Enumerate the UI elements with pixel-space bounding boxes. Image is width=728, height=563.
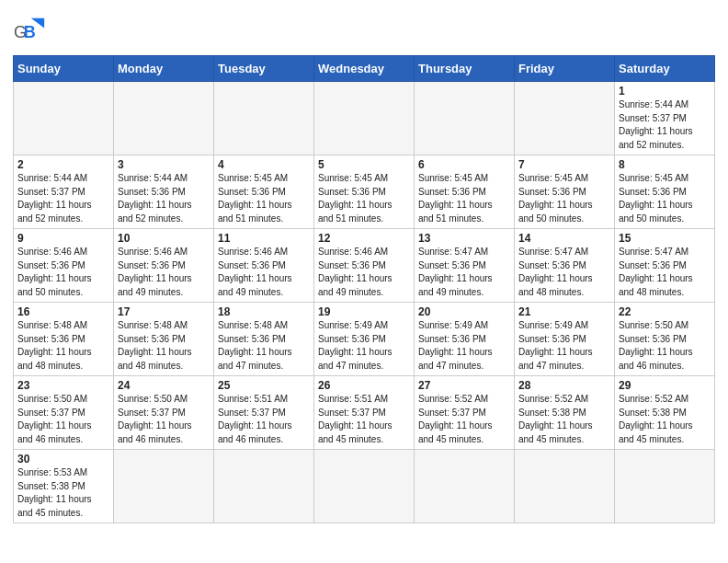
calendar-cell: 10Sunrise: 5:46 AM Sunset: 5:36 PM Dayli… — [114, 229, 214, 303]
header: G B — [13, 9, 715, 50]
day-info: Sunrise: 5:46 AM Sunset: 5:36 PM Dayligh… — [318, 246, 410, 299]
page: G B SundayMondayTuesdayWednesdayThursday… — [0, 0, 728, 563]
day-number: 2 — [17, 158, 109, 171]
calendar-cell: 20Sunrise: 5:49 AM Sunset: 5:36 PM Dayli… — [415, 303, 515, 376]
day-info: Sunrise: 5:44 AM Sunset: 5:37 PM Dayligh… — [17, 172, 109, 225]
calendar-cell — [214, 450, 314, 523]
week-row-6: 30Sunrise: 5:53 AM Sunset: 5:38 PM Dayli… — [14, 450, 715, 523]
day-number: 17 — [118, 305, 210, 318]
day-number: 29 — [619, 379, 711, 392]
calendar-cell: 30Sunrise: 5:53 AM Sunset: 5:38 PM Dayli… — [14, 450, 114, 523]
calendar-cell — [415, 82, 515, 155]
day-info: Sunrise: 5:45 AM Sunset: 5:36 PM Dayligh… — [418, 172, 510, 225]
weekday-header-friday: Friday — [515, 56, 615, 82]
day-info: Sunrise: 5:49 AM Sunset: 5:36 PM Dayligh… — [518, 319, 610, 373]
day-number: 9 — [17, 232, 109, 245]
day-info: Sunrise: 5:53 AM Sunset: 5:38 PM Dayligh… — [17, 466, 109, 520]
calendar-cell: 17Sunrise: 5:48 AM Sunset: 5:36 PM Dayli… — [114, 303, 214, 376]
svg-text:B: B — [24, 23, 36, 41]
weekday-header-saturday: Saturday — [615, 56, 715, 82]
calendar-cell: 28Sunrise: 5:52 AM Sunset: 5:38 PM Dayli… — [515, 376, 615, 450]
calendar-cell: 11Sunrise: 5:46 AM Sunset: 5:36 PM Dayli… — [214, 229, 314, 303]
day-info: Sunrise: 5:45 AM Sunset: 5:36 PM Dayligh… — [619, 172, 711, 225]
day-number: 24 — [118, 379, 210, 392]
day-info: Sunrise: 5:44 AM Sunset: 5:36 PM Dayligh… — [118, 172, 210, 225]
logo-icon: G B — [13, 17, 46, 50]
day-number: 12 — [318, 232, 410, 245]
calendar-cell: 19Sunrise: 5:49 AM Sunset: 5:36 PM Dayli… — [314, 303, 415, 376]
day-info: Sunrise: 5:47 AM Sunset: 5:36 PM Dayligh… — [418, 246, 510, 299]
day-info: Sunrise: 5:46 AM Sunset: 5:36 PM Dayligh… — [118, 246, 210, 299]
calendar-cell: 25Sunrise: 5:51 AM Sunset: 5:37 PM Dayli… — [214, 376, 314, 450]
calendar-cell — [515, 82, 615, 155]
calendar-cell — [114, 82, 214, 155]
logo: G B — [13, 17, 48, 50]
day-info: Sunrise: 5:49 AM Sunset: 5:36 PM Dayligh… — [318, 319, 410, 373]
calendar-cell: 14Sunrise: 5:47 AM Sunset: 5:36 PM Dayli… — [515, 229, 615, 303]
calendar-cell: 21Sunrise: 5:49 AM Sunset: 5:36 PM Dayli… — [515, 303, 615, 376]
day-info: Sunrise: 5:48 AM Sunset: 5:36 PM Dayligh… — [118, 319, 210, 373]
weekday-header-tuesday: Tuesday — [214, 56, 314, 82]
day-number: 30 — [17, 453, 109, 465]
day-number: 28 — [518, 379, 610, 392]
day-info: Sunrise: 5:50 AM Sunset: 5:37 PM Dayligh… — [17, 393, 109, 446]
calendar-cell: 29Sunrise: 5:52 AM Sunset: 5:38 PM Dayli… — [615, 376, 715, 450]
day-info: Sunrise: 5:44 AM Sunset: 5:37 PM Dayligh… — [619, 98, 711, 152]
calendar: SundayMondayTuesdayWednesdayThursdayFrid… — [13, 55, 715, 523]
day-number: 8 — [619, 158, 711, 171]
day-info: Sunrise: 5:51 AM Sunset: 5:37 PM Dayligh… — [218, 393, 310, 446]
calendar-cell — [314, 82, 415, 155]
day-info: Sunrise: 5:49 AM Sunset: 5:36 PM Dayligh… — [418, 319, 510, 373]
day-number: 3 — [118, 158, 210, 171]
calendar-cell: 2Sunrise: 5:44 AM Sunset: 5:37 PM Daylig… — [14, 155, 114, 229]
day-info: Sunrise: 5:51 AM Sunset: 5:37 PM Dayligh… — [318, 393, 410, 446]
day-number: 7 — [518, 158, 610, 171]
calendar-cell — [14, 82, 114, 155]
day-number: 6 — [418, 158, 510, 171]
day-number: 13 — [418, 232, 510, 245]
calendar-cell: 24Sunrise: 5:50 AM Sunset: 5:37 PM Dayli… — [114, 376, 214, 450]
calendar-cell: 27Sunrise: 5:52 AM Sunset: 5:37 PM Dayli… — [415, 376, 515, 450]
day-number: 19 — [318, 305, 410, 318]
calendar-cell: 8Sunrise: 5:45 AM Sunset: 5:36 PM Daylig… — [615, 155, 715, 229]
calendar-cell: 22Sunrise: 5:50 AM Sunset: 5:36 PM Dayli… — [615, 303, 715, 376]
calendar-cell: 4Sunrise: 5:45 AM Sunset: 5:36 PM Daylig… — [214, 155, 314, 229]
calendar-cell — [515, 450, 615, 523]
day-number: 26 — [318, 379, 410, 392]
calendar-cell: 18Sunrise: 5:48 AM Sunset: 5:36 PM Dayli… — [214, 303, 314, 376]
day-number: 25 — [218, 379, 310, 392]
calendar-cell — [415, 450, 515, 523]
day-info: Sunrise: 5:50 AM Sunset: 5:36 PM Dayligh… — [619, 319, 711, 373]
day-number: 22 — [619, 305, 711, 318]
calendar-cell — [114, 450, 214, 523]
day-number: 20 — [418, 305, 510, 318]
day-number: 14 — [518, 232, 610, 245]
calendar-cell: 26Sunrise: 5:51 AM Sunset: 5:37 PM Dayli… — [314, 376, 415, 450]
day-info: Sunrise: 5:46 AM Sunset: 5:36 PM Dayligh… — [218, 246, 310, 299]
day-info: Sunrise: 5:50 AM Sunset: 5:37 PM Dayligh… — [118, 393, 210, 446]
day-info: Sunrise: 5:45 AM Sunset: 5:36 PM Dayligh… — [518, 172, 610, 225]
day-info: Sunrise: 5:52 AM Sunset: 5:38 PM Dayligh… — [619, 393, 711, 446]
day-info: Sunrise: 5:48 AM Sunset: 5:36 PM Dayligh… — [218, 319, 310, 373]
calendar-cell: 1Sunrise: 5:44 AM Sunset: 5:37 PM Daylig… — [615, 82, 715, 155]
day-number: 10 — [118, 232, 210, 245]
calendar-cell — [214, 82, 314, 155]
week-row-4: 16Sunrise: 5:48 AM Sunset: 5:36 PM Dayli… — [14, 303, 715, 376]
calendar-cell: 5Sunrise: 5:45 AM Sunset: 5:36 PM Daylig… — [314, 155, 415, 229]
day-number: 15 — [619, 232, 711, 245]
day-number: 23 — [17, 379, 109, 392]
day-number: 11 — [218, 232, 310, 245]
calendar-cell: 12Sunrise: 5:46 AM Sunset: 5:36 PM Dayli… — [314, 229, 415, 303]
week-row-3: 9Sunrise: 5:46 AM Sunset: 5:36 PM Daylig… — [14, 229, 715, 303]
day-number: 21 — [518, 305, 610, 318]
week-row-1: 1Sunrise: 5:44 AM Sunset: 5:37 PM Daylig… — [14, 82, 715, 155]
calendar-cell: 3Sunrise: 5:44 AM Sunset: 5:36 PM Daylig… — [114, 155, 214, 229]
calendar-cell: 23Sunrise: 5:50 AM Sunset: 5:37 PM Dayli… — [14, 376, 114, 450]
weekday-header-wednesday: Wednesday — [314, 56, 415, 82]
week-row-2: 2Sunrise: 5:44 AM Sunset: 5:37 PM Daylig… — [14, 155, 715, 229]
calendar-cell: 6Sunrise: 5:45 AM Sunset: 5:36 PM Daylig… — [415, 155, 515, 229]
calendar-cell: 15Sunrise: 5:47 AM Sunset: 5:36 PM Dayli… — [615, 229, 715, 303]
day-info: Sunrise: 5:45 AM Sunset: 5:36 PM Dayligh… — [318, 172, 410, 225]
day-info: Sunrise: 5:47 AM Sunset: 5:36 PM Dayligh… — [518, 246, 610, 299]
day-number: 4 — [218, 158, 310, 171]
